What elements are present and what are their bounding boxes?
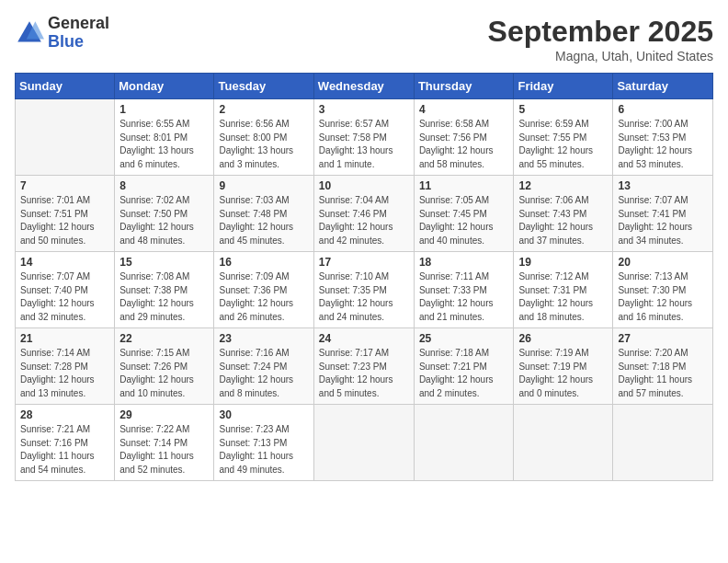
day-content: Sunrise: 7:13 AM Sunset: 7:30 PM Dayligh… [618,270,708,324]
page-header: General Blue September 2025 Magna, Utah,… [15,15,713,63]
day-number: 9 [219,179,308,192]
day-content: Sunrise: 7:23 AM Sunset: 7:13 PM Dayligh… [219,423,308,477]
calendar-cell: 25Sunrise: 7:18 AM Sunset: 7:21 PM Dayli… [414,328,514,405]
day-content: Sunrise: 7:01 AM Sunset: 7:51 PM Dayligh… [20,194,109,247]
title-block: September 2025 Magna, Utah, United State… [488,15,713,63]
day-number: 21 [20,332,109,345]
calendar-cell: 2Sunrise: 6:56 AM Sunset: 8:00 PM Daylig… [214,99,313,176]
week-row-4: 21Sunrise: 7:14 AM Sunset: 7:28 PM Dayli… [16,328,713,405]
calendar-cell: 12Sunrise: 7:06 AM Sunset: 7:43 PM Dayli… [514,176,613,252]
day-content: Sunrise: 7:19 AM Sunset: 7:19 PM Dayligh… [518,347,608,400]
day-content: Sunrise: 7:17 AM Sunset: 7:23 PM Dayligh… [319,347,409,400]
calendar-cell [414,405,514,481]
day-number: 14 [20,256,109,269]
day-number: 3 [319,103,409,116]
week-row-5: 28Sunrise: 7:21 AM Sunset: 7:16 PM Dayli… [16,405,713,481]
day-number: 24 [319,332,409,345]
day-number: 5 [518,103,608,116]
calendar-cell: 16Sunrise: 7:09 AM Sunset: 7:36 PM Dayli… [214,252,313,328]
calendar-cell: 17Sunrise: 7:10 AM Sunset: 7:35 PM Dayli… [313,252,414,328]
calendar-cell: 22Sunrise: 7:15 AM Sunset: 7:26 PM Dayli… [115,328,214,405]
calendar-cell: 7Sunrise: 7:01 AM Sunset: 7:51 PM Daylig… [16,176,115,252]
day-number: 18 [419,256,509,269]
calendar-cell: 19Sunrise: 7:12 AM Sunset: 7:31 PM Dayli… [514,252,613,328]
day-content: Sunrise: 7:07 AM Sunset: 7:41 PM Dayligh… [618,194,708,247]
day-number: 6 [618,103,708,116]
calendar-cell: 30Sunrise: 7:23 AM Sunset: 7:13 PM Dayli… [214,405,313,481]
day-number: 20 [618,256,708,269]
day-content: Sunrise: 7:09 AM Sunset: 7:36 PM Dayligh… [219,270,308,324]
logo: General Blue [15,15,109,52]
calendar-cell: 15Sunrise: 7:08 AM Sunset: 7:38 PM Dayli… [115,252,214,328]
month-title: September 2025 [488,15,713,49]
day-number: 19 [518,256,608,269]
calendar-cell: 10Sunrise: 7:04 AM Sunset: 7:46 PM Dayli… [313,176,414,252]
calendar-cell: 1Sunrise: 6:55 AM Sunset: 8:01 PM Daylig… [115,99,214,176]
calendar-cell: 29Sunrise: 7:22 AM Sunset: 7:14 PM Dayli… [115,405,214,481]
calendar-cell: 3Sunrise: 6:57 AM Sunset: 7:58 PM Daylig… [313,99,414,176]
day-number: 16 [219,256,308,269]
day-number: 28 [20,408,109,421]
calendar-cell: 8Sunrise: 7:02 AM Sunset: 7:50 PM Daylig… [115,176,214,252]
day-number: 7 [20,179,109,192]
calendar-cell: 13Sunrise: 7:07 AM Sunset: 7:41 PM Dayli… [613,176,713,252]
week-row-3: 14Sunrise: 7:07 AM Sunset: 7:40 PM Dayli… [16,252,713,328]
logo-blue-text: Blue [48,33,109,52]
weekday-header-monday: Monday [115,74,214,99]
day-number: 29 [119,408,209,421]
calendar-cell: 4Sunrise: 6:58 AM Sunset: 7:56 PM Daylig… [414,99,514,176]
day-content: Sunrise: 7:12 AM Sunset: 7:31 PM Dayligh… [518,270,608,324]
day-content: Sunrise: 7:16 AM Sunset: 7:24 PM Dayligh… [219,347,308,400]
day-number: 4 [419,103,509,116]
day-content: Sunrise: 7:14 AM Sunset: 7:28 PM Dayligh… [20,347,109,400]
day-number: 25 [419,332,509,345]
day-number: 1 [119,103,209,116]
logo-icon [15,18,44,48]
day-content: Sunrise: 7:07 AM Sunset: 7:40 PM Dayligh… [20,270,109,324]
calendar-cell: 11Sunrise: 7:05 AM Sunset: 7:45 PM Dayli… [414,176,514,252]
day-content: Sunrise: 7:06 AM Sunset: 7:43 PM Dayligh… [518,194,608,247]
calendar-cell: 6Sunrise: 7:00 AM Sunset: 7:53 PM Daylig… [613,99,713,176]
day-content: Sunrise: 7:04 AM Sunset: 7:46 PM Dayligh… [319,194,409,247]
day-content: Sunrise: 7:22 AM Sunset: 7:14 PM Dayligh… [119,423,209,477]
week-row-1: 1Sunrise: 6:55 AM Sunset: 8:01 PM Daylig… [16,99,713,176]
day-number: 12 [518,179,608,192]
day-number: 27 [618,332,708,345]
day-content: Sunrise: 6:55 AM Sunset: 8:01 PM Dayligh… [119,118,209,171]
day-content: Sunrise: 7:21 AM Sunset: 7:16 PM Dayligh… [20,423,109,477]
day-content: Sunrise: 6:58 AM Sunset: 7:56 PM Dayligh… [419,118,509,171]
day-number: 17 [319,256,409,269]
day-number: 2 [219,103,308,116]
calendar-cell: 9Sunrise: 7:03 AM Sunset: 7:48 PM Daylig… [214,176,313,252]
day-content: Sunrise: 6:56 AM Sunset: 8:00 PM Dayligh… [219,118,308,171]
day-number: 11 [419,179,509,192]
weekday-header-tuesday: Tuesday [214,74,313,99]
calendar-cell [514,405,613,481]
location-text: Magna, Utah, United States [488,49,713,63]
calendar-cell: 27Sunrise: 7:20 AM Sunset: 7:18 PM Dayli… [613,328,713,405]
calendar-cell [313,405,414,481]
calendar-cell: 5Sunrise: 6:59 AM Sunset: 7:55 PM Daylig… [514,99,613,176]
weekday-header-row: SundayMondayTuesdayWednesdayThursdayFrid… [16,74,713,99]
calendar-cell [613,405,713,481]
calendar-cell: 26Sunrise: 7:19 AM Sunset: 7:19 PM Dayli… [514,328,613,405]
weekday-header-friday: Friday [514,74,613,99]
day-number: 30 [219,408,308,421]
calendar-cell: 23Sunrise: 7:16 AM Sunset: 7:24 PM Dayli… [214,328,313,405]
day-number: 8 [119,179,209,192]
day-number: 10 [319,179,409,192]
calendar-cell: 21Sunrise: 7:14 AM Sunset: 7:28 PM Dayli… [16,328,115,405]
day-number: 15 [119,256,209,269]
day-content: Sunrise: 6:59 AM Sunset: 7:55 PM Dayligh… [518,118,608,171]
calendar-cell: 24Sunrise: 7:17 AM Sunset: 7:23 PM Dayli… [313,328,414,405]
weekday-header-wednesday: Wednesday [313,74,414,99]
day-content: Sunrise: 7:02 AM Sunset: 7:50 PM Dayligh… [119,194,209,247]
day-content: Sunrise: 7:00 AM Sunset: 7:53 PM Dayligh… [618,118,708,171]
calendar-cell: 28Sunrise: 7:21 AM Sunset: 7:16 PM Dayli… [16,405,115,481]
weekday-header-saturday: Saturday [613,74,713,99]
day-number: 13 [618,179,708,192]
day-content: Sunrise: 7:11 AM Sunset: 7:33 PM Dayligh… [419,270,509,324]
day-number: 26 [518,332,608,345]
weekday-header-sunday: Sunday [16,74,115,99]
calendar-table: SundayMondayTuesdayWednesdayThursdayFrid… [15,73,713,481]
